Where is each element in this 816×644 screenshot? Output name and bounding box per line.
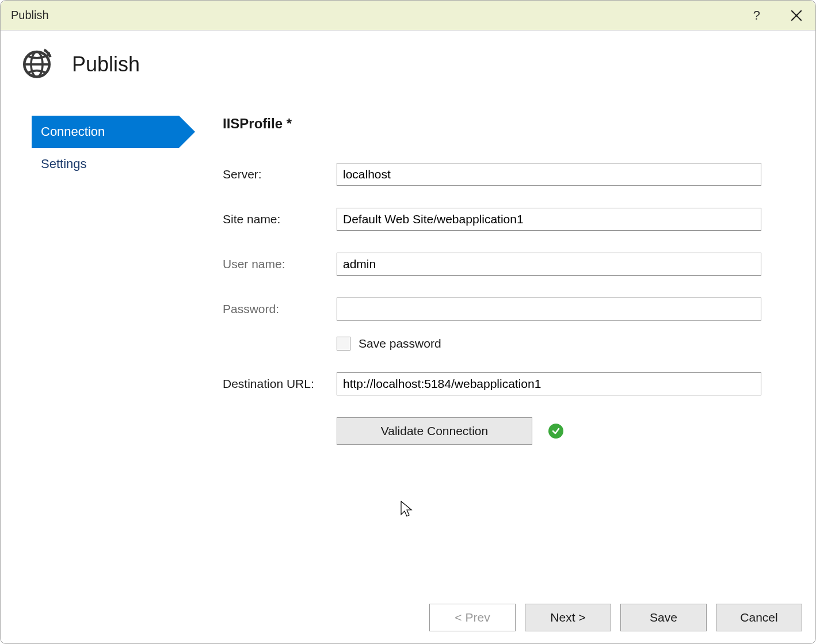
destination-label: Destination URL: <box>223 377 337 391</box>
validate-connection-button[interactable]: Validate Connection <box>337 417 532 445</box>
sidebar-item-label: Settings <box>41 157 87 172</box>
password-row: Password: <box>223 298 781 321</box>
window-title: Publish <box>11 9 49 22</box>
sitename-label: Site name: <box>223 212 337 226</box>
username-input[interactable] <box>337 253 761 276</box>
help-icon[interactable]: ? <box>753 8 760 23</box>
page-title: Publish <box>72 52 140 77</box>
publish-globe-icon <box>20 47 54 82</box>
sidebar-item-label: Connection <box>41 124 105 139</box>
save-password-checkbox[interactable] <box>337 337 350 350</box>
validate-row: Validate Connection <box>337 417 781 445</box>
password-label: Password: <box>223 302 337 316</box>
save-password-label: Save password <box>359 337 441 350</box>
check-success-icon <box>548 424 563 439</box>
destination-row: Destination URL: <box>223 372 781 395</box>
profile-title: IISProfile * <box>223 116 781 132</box>
password-input[interactable] <box>337 298 761 321</box>
main-content: Connection Settings IISProfile * Server:… <box>1 82 815 445</box>
username-label: User name: <box>223 257 337 271</box>
titlebar: Publish ? <box>1 1 815 31</box>
titlebar-controls: ? <box>753 7 805 24</box>
next-button[interactable]: Next > <box>525 604 611 631</box>
prev-button[interactable]: < Prev <box>429 604 516 631</box>
cancel-button[interactable]: Cancel <box>716 604 802 631</box>
sidebar: Connection Settings <box>1 116 190 445</box>
cursor-icon <box>401 501 413 518</box>
save-button[interactable]: Save <box>620 604 707 631</box>
sidebar-item-settings[interactable]: Settings <box>32 148 179 180</box>
header: Publish <box>1 31 815 82</box>
save-password-row: Save password <box>337 337 781 350</box>
form-panel: IISProfile * Server: Site name: User nam… <box>190 116 815 445</box>
close-icon[interactable] <box>788 7 805 24</box>
destination-input[interactable] <box>337 372 761 395</box>
sitename-input[interactable] <box>337 208 761 231</box>
server-label: Server: <box>223 167 337 181</box>
server-input[interactable] <box>337 163 761 186</box>
sitename-row: Site name: <box>223 208 781 231</box>
server-row: Server: <box>223 163 781 186</box>
sidebar-item-connection[interactable]: Connection <box>32 116 179 148</box>
footer-buttons: < Prev Next > Save Cancel <box>429 604 802 631</box>
username-row: User name: <box>223 253 781 276</box>
